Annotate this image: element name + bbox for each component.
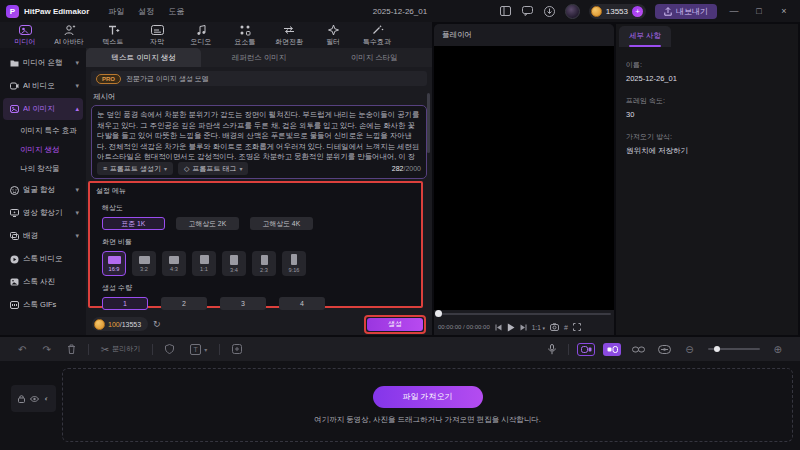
feedback-icon[interactable] <box>521 5 534 18</box>
split-button[interactable]: ✂ 분리하기 <box>101 344 140 355</box>
pro-model-text: 전문가급 이미지 생성 모델 <box>126 74 209 84</box>
sidebar-subitem-my-creations[interactable]: 나의 창작물 <box>0 159 86 178</box>
menu-help[interactable]: 도움 <box>168 6 184 17</box>
close-button[interactable]: × <box>776 6 792 16</box>
ratio-2-3-chip[interactable]: 2:3 <box>252 251 276 276</box>
prompt-text[interactable]: 눈 덮인 풍경 속에서 차분한 분위기가 감도는 장면이 펼쳐진다. 부드럽게 … <box>97 110 421 160</box>
sidebar-subitem-image-effects[interactable]: 이미지 특수 효과 <box>0 121 86 140</box>
sidebar-item-video-enhancer[interactable]: 영상 향상기 ▾ <box>3 202 83 224</box>
link-clips-toggle[interactable] <box>629 343 647 356</box>
sidebar-item-ai-image[interactable]: AI 이미지 ▴ <box>3 98 83 120</box>
sidebar-item-face-swap[interactable]: 얼굴 합성 ▾ <box>3 179 83 201</box>
ribbon-transition[interactable]: 화면전환 <box>268 24 310 47</box>
ratio-3-4-chip[interactable]: 3:4 <box>222 251 246 276</box>
details-panel: 세부 사항 이름: 2025-12-26_01 프레임 속도: 30 가져오기 … <box>616 24 798 335</box>
maximize-button[interactable]: □ <box>751 6 767 16</box>
user-avatar[interactable] <box>565 4 580 19</box>
sidebar-item-stock-video[interactable]: 스톡 비디오 <box>3 248 83 270</box>
quantity-2-button[interactable]: 2 <box>161 297 207 310</box>
ratio-shape <box>200 255 209 264</box>
chevron-down-icon: ▾ <box>75 209 79 217</box>
sidebar-item-stock-photo[interactable]: 스톡 사진 <box>3 271 83 293</box>
eye-icon[interactable] <box>30 396 39 402</box>
redo-icon[interactable]: ↷ <box>42 344 50 355</box>
lock-icon[interactable] <box>18 395 25 403</box>
sidebar-item-stock-gifs[interactable]: 스톡 GIFs <box>3 294 83 316</box>
credits-badge[interactable]: 13553 + <box>589 4 646 19</box>
quantity-1-button[interactable]: 1 <box>102 297 148 310</box>
delete-icon[interactable] <box>67 344 76 354</box>
ratio-4-3-chip[interactable]: 4:3 <box>162 251 186 276</box>
ribbon-media[interactable]: 미디어 <box>4 24 46 47</box>
filter-icon <box>327 24 340 36</box>
refresh-icon[interactable]: ↻ <box>153 319 161 329</box>
ratio-9-16-chip[interactable]: 9:16 <box>282 251 306 276</box>
scissors-icon: ✂ <box>101 344 109 355</box>
generate-button[interactable]: 생성 <box>367 318 423 331</box>
microphone-icon[interactable] <box>548 344 556 355</box>
video-preview[interactable] <box>434 46 614 310</box>
ribbon-audio[interactable]: 오디오 <box>180 24 222 47</box>
undo-icon[interactable]: ↶ <box>18 344 26 355</box>
ribbon-subtitle[interactable]: 자막 <box>136 24 178 47</box>
layout-icon[interactable] <box>499 5 512 18</box>
slider-handle[interactable] <box>714 346 720 352</box>
ribbon-effects[interactable]: 특수효과 <box>356 24 398 47</box>
zoom-in-icon[interactable]: ⊕ <box>774 344 782 355</box>
safe-area-icon[interactable]: # <box>564 324 568 331</box>
add-marker-icon[interactable] <box>232 344 242 354</box>
app-window: P HitPaw Edimakor 파일 설정 도움 2025-12-26_01… <box>0 0 800 450</box>
prompt-generator-button[interactable]: ≡ 프롬프트 생성기 ▾ <box>97 162 173 175</box>
import-file-button[interactable]: 파일 가져오기 <box>373 386 483 408</box>
snapshot-icon[interactable] <box>550 323 559 331</box>
prompt-input[interactable]: 눈 덮인 풍경 속에서 차분한 분위기가 감도는 장면이 펼쳐진다. 부드럽게 … <box>91 105 427 179</box>
resolution-4k-button[interactable]: 고해상도 4K <box>250 217 313 230</box>
sidebar-subitem-image-generation[interactable]: 이미지 생성 <box>0 140 86 159</box>
zoom-out-icon[interactable]: ⊖ <box>685 344 693 355</box>
auto-ripple-toggle[interactable] <box>577 343 595 356</box>
ratio-1-1-chip[interactable]: 1:1 <box>192 251 216 276</box>
playback-progress-bar[interactable] <box>437 313 611 315</box>
minimize-button[interactable]: — <box>726 6 742 16</box>
play-icon[interactable] <box>507 323 515 332</box>
tab-text-to-image[interactable]: 텍스트 이미지 생성 <box>86 48 201 67</box>
fullscreen-icon[interactable] <box>573 323 581 331</box>
menu-file[interactable]: 파일 <box>108 6 124 17</box>
sidebar-item-media-bank[interactable]: 미디어 은행 ▾ <box>3 52 83 74</box>
download-icon[interactable] <box>543 5 556 18</box>
ribbon-ai-avatar[interactable]: AI 아바타 <box>48 24 90 47</box>
text-tool-button[interactable]: T ▾ <box>190 344 207 355</box>
mask-icon[interactable] <box>165 344 174 354</box>
add-credits-icon[interactable]: + <box>632 6 643 17</box>
resolution-2k-button[interactable]: 고해상도 2K <box>176 217 239 230</box>
ratio-16-9-chip[interactable]: 16:9 <box>102 251 126 276</box>
export-button[interactable]: 내보내기 <box>655 4 717 19</box>
media-drop-zone[interactable]: 파일 가져오기 여기까지 동영상, 사진을 드래그하거나 가져오면 편집을 시작… <box>62 368 793 442</box>
keyframe-toggle[interactable] <box>655 343 673 356</box>
ribbon-elements[interactable]: 요소들 <box>224 24 266 47</box>
sidebar-item-background[interactable]: 배경 ▾ <box>3 225 83 247</box>
contrast-icon[interactable]: ◐ <box>44 395 48 402</box>
next-frame-icon[interactable] <box>520 324 527 331</box>
settings-menu: 설정 메뉴 해상도 표준 1K 고해상도 2K 고해상도 4K 화면 비율 16… <box>88 181 423 308</box>
playback-progress-handle[interactable] <box>435 310 442 317</box>
sidebar-item-ai-video[interactable]: AI 비디오 ▾ <box>3 75 83 97</box>
tab-image-style[interactable]: 이미지 스타일 <box>317 48 432 67</box>
magnetic-toggle[interactable] <box>603 343 621 356</box>
quantity-4-button[interactable]: 4 <box>279 297 325 310</box>
tab-details[interactable]: 세부 사항 <box>619 26 671 47</box>
tab-reference-image[interactable]: 레퍼런스 이미지 <box>201 48 316 67</box>
prompt-tag-button[interactable]: ◇ 프롬프트 태그 ▾ <box>178 162 248 175</box>
preview-zoom-select[interactable]: 1:1 ▾ <box>532 324 545 331</box>
ratio-3-2-chip[interactable]: 3:2 <box>132 251 156 276</box>
scrollbar-thumb[interactable] <box>427 93 430 153</box>
resolution-1k-button[interactable]: 표준 1K <box>102 217 165 230</box>
ribbon-filter[interactable]: 필터 <box>312 24 354 47</box>
quantity-3-button[interactable]: 3 <box>220 297 266 310</box>
previous-frame-icon[interactable] <box>495 324 502 331</box>
ribbon-text[interactable]: 텍스트 <box>92 24 134 47</box>
divider <box>568 344 569 355</box>
menu-settings[interactable]: 설정 <box>138 6 154 17</box>
timeline-zoom-slider[interactable] <box>708 348 760 350</box>
upload-icon <box>664 7 672 16</box>
